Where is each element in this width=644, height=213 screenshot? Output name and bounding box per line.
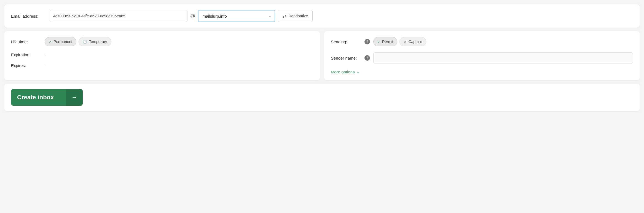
- lifetime-toggle-group: ✓ Permanent 🕐 Temporary: [45, 37, 111, 46]
- email-row: Email address: @ mailslurp.info mailslur…: [11, 10, 633, 22]
- permit-label: Permit: [382, 39, 393, 44]
- randomize-label: Randomize: [288, 14, 308, 18]
- sender-name-info-icon: i: [364, 55, 370, 61]
- temporary-toggle[interactable]: 🕐 Temporary: [79, 37, 111, 46]
- temporary-label: Temporary: [89, 39, 107, 44]
- sending-toggle-group: ✓ Permit ✕ Capture: [373, 37, 426, 46]
- expires-label: Expires:: [11, 63, 41, 68]
- expiration-label: Expiration:: [11, 52, 41, 57]
- more-options-label: More options: [331, 70, 355, 74]
- email-address-card: Email address: @ mailslurp.info mailslur…: [4, 4, 640, 28]
- permanent-label: Permanent: [53, 39, 72, 44]
- sending-info-icon: i: [364, 39, 370, 44]
- shuffle-icon: ⇄: [283, 14, 286, 19]
- lifetime-label: Life time:: [11, 39, 41, 44]
- permit-check-icon: ✓: [377, 40, 380, 44]
- sender-name-row: Sender name: i: [331, 52, 633, 63]
- email-local-input[interactable]: [50, 10, 187, 22]
- expiration-row: Expiration: -: [11, 52, 313, 57]
- create-inbox-card: Create inbox →: [4, 84, 640, 111]
- at-symbol: @: [190, 13, 195, 19]
- more-options-chevron-icon: ⌄: [356, 70, 360, 74]
- more-options-button[interactable]: More options ⌄: [331, 70, 360, 74]
- expires-row: Expires: -: [11, 63, 313, 68]
- expiration-value: -: [45, 52, 46, 57]
- sending-row: Sending: i ✓ Permit ✕ Capture: [331, 37, 633, 46]
- sending-card: Sending: i ✓ Permit ✕ Capture Sender nam…: [324, 31, 640, 80]
- capture-x-icon: ✕: [404, 40, 407, 44]
- create-inbox-arrow-icon: →: [66, 89, 83, 106]
- randomize-button[interactable]: ⇄ Randomize: [278, 10, 313, 22]
- permanent-toggle[interactable]: ✓ Permanent: [45, 37, 76, 46]
- create-inbox-label: Create inbox: [11, 94, 66, 101]
- domain-select-wrapper: mailslurp.info mailslurp.net mailslurp.b…: [198, 10, 275, 22]
- sending-label: Sending:: [331, 39, 361, 44]
- sender-name-input[interactable]: [373, 52, 633, 63]
- lifetime-card: Life time: ✓ Permanent 🕐 Temporary Expir…: [4, 31, 320, 80]
- capture-toggle[interactable]: ✕ Capture: [399, 37, 426, 46]
- clock-icon: 🕐: [83, 40, 87, 44]
- create-inbox-button[interactable]: Create inbox →: [11, 89, 83, 106]
- two-col-section: Life time: ✓ Permanent 🕐 Temporary Expir…: [4, 31, 640, 80]
- expires-value: -: [45, 63, 46, 68]
- capture-label: Capture: [408, 39, 422, 44]
- domain-select[interactable]: mailslurp.info mailslurp.net mailslurp.b…: [198, 10, 275, 22]
- permit-toggle[interactable]: ✓ Permit: [373, 37, 397, 46]
- sender-name-label: Sender name:: [331, 56, 361, 60]
- lifetime-row: Life time: ✓ Permanent 🕐 Temporary: [11, 37, 313, 46]
- check-icon: ✓: [49, 40, 52, 44]
- email-label: Email address:: [11, 14, 47, 18]
